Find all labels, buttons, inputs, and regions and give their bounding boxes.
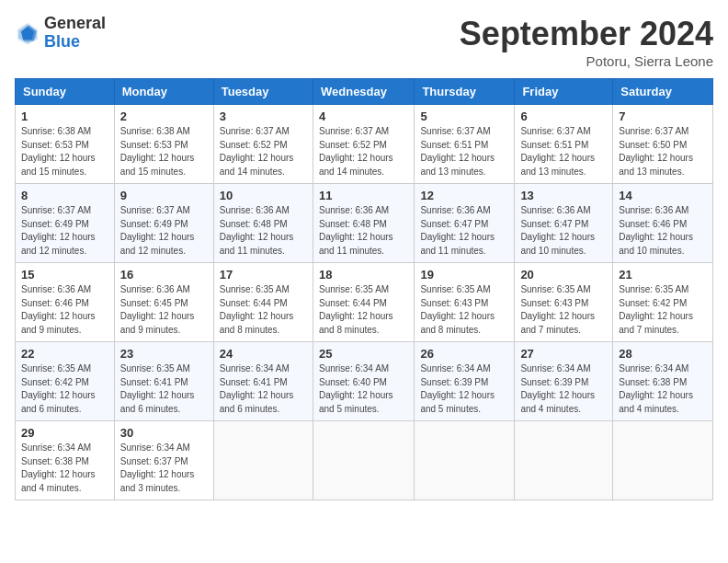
day-info: Sunrise: 6:34 AMSunset: 6:38 PMDaylight:…	[619, 363, 693, 414]
day-info: Sunrise: 6:34 AMSunset: 6:39 PMDaylight:…	[520, 363, 595, 414]
day-info: Sunrise: 6:36 AMSunset: 6:47 PMDaylight:…	[520, 205, 595, 256]
day-number: 6	[520, 109, 607, 123]
day-number: 4	[319, 109, 408, 123]
day-info: Sunrise: 6:35 AMSunset: 6:41 PMDaylight:…	[120, 363, 195, 414]
calendar-cell: 14 Sunrise: 6:36 AMSunset: 6:46 PMDaylig…	[613, 184, 713, 263]
calendar-cell: 27 Sunrise: 6:34 AMSunset: 6:39 PMDaylig…	[515, 342, 613, 421]
day-number: 14	[619, 189, 707, 202]
calendar-cell: 30 Sunrise: 6:34 AMSunset: 6:37 PMDaylig…	[114, 421, 213, 500]
day-info: Sunrise: 6:35 AMSunset: 6:44 PMDaylight:…	[220, 284, 294, 335]
day-info: Sunrise: 6:34 AMSunset: 6:39 PMDaylight:…	[420, 363, 495, 414]
calendar-cell: 2 Sunrise: 6:38 AMSunset: 6:53 PMDayligh…	[114, 105, 213, 184]
calendar-cell	[415, 421, 515, 500]
day-number: 3	[220, 109, 307, 123]
day-info: Sunrise: 6:38 AMSunset: 6:53 PMDaylight:…	[21, 126, 96, 177]
day-of-week-header: Tuesday	[213, 79, 313, 105]
day-number: 25	[319, 347, 408, 361]
day-info: Sunrise: 6:34 AMSunset: 6:40 PMDaylight:…	[319, 363, 393, 414]
calendar-cell: 1 Sunrise: 6:38 AMSunset: 6:53 PMDayligh…	[16, 105, 115, 184]
calendar-cell: 7 Sunrise: 6:37 AMSunset: 6:50 PMDayligh…	[613, 105, 713, 184]
calendar-week-row: 15 Sunrise: 6:36 AMSunset: 6:46 PMDaylig…	[16, 263, 713, 342]
day-number: 27	[520, 347, 607, 361]
day-info: Sunrise: 6:35 AMSunset: 6:43 PMDaylight:…	[520, 284, 595, 335]
day-number: 20	[520, 268, 607, 282]
day-info: Sunrise: 6:36 AMSunset: 6:47 PMDaylight:…	[420, 205, 495, 256]
day-number: 26	[420, 347, 508, 361]
day-number: 15	[21, 268, 108, 282]
day-number: 10	[220, 189, 307, 202]
day-number: 22	[21, 347, 108, 361]
calendar-week-row: 29 Sunrise: 6:34 AMSunset: 6:38 PMDaylig…	[16, 421, 713, 500]
calendar-cell: 17 Sunrise: 6:35 AMSunset: 6:44 PMDaylig…	[213, 263, 313, 342]
day-info: Sunrise: 6:37 AMSunset: 6:50 PMDaylight:…	[619, 126, 693, 177]
page-header: General Blue September 2024 Potoru, Sier…	[15, 15, 713, 69]
calendar-cell: 19 Sunrise: 6:35 AMSunset: 6:43 PMDaylig…	[415, 263, 515, 342]
calendar-cell	[613, 421, 713, 500]
calendar-cell: 16 Sunrise: 6:36 AMSunset: 6:45 PMDaylig…	[114, 263, 213, 342]
day-of-week-header: Thursday	[415, 79, 515, 105]
day-number: 21	[619, 268, 707, 282]
day-of-week-header: Saturday	[613, 79, 713, 105]
day-info: Sunrise: 6:37 AMSunset: 6:51 PMDaylight:…	[520, 126, 595, 177]
day-number: 29	[21, 426, 108, 440]
day-number: 28	[619, 347, 707, 361]
day-info: Sunrise: 6:37 AMSunset: 6:52 PMDaylight:…	[319, 126, 393, 177]
location: Potoru, Sierra Leone	[460, 53, 713, 69]
calendar-cell: 20 Sunrise: 6:35 AMSunset: 6:43 PMDaylig…	[515, 263, 613, 342]
day-number: 12	[420, 189, 508, 202]
calendar-cell: 3 Sunrise: 6:37 AMSunset: 6:52 PMDayligh…	[213, 105, 313, 184]
logo-general: General	[44, 15, 106, 33]
calendar-cell: 11 Sunrise: 6:36 AMSunset: 6:48 PMDaylig…	[313, 184, 414, 263]
day-of-week-header: Wednesday	[313, 79, 414, 105]
logo: General Blue	[15, 15, 106, 52]
day-info: Sunrise: 6:35 AMSunset: 6:42 PMDaylight:…	[619, 284, 693, 335]
calendar-cell: 6 Sunrise: 6:37 AMSunset: 6:51 PMDayligh…	[515, 105, 613, 184]
calendar-cell: 26 Sunrise: 6:34 AMSunset: 6:39 PMDaylig…	[415, 342, 515, 421]
day-number: 9	[120, 189, 208, 202]
day-info: Sunrise: 6:34 AMSunset: 6:37 PMDaylight:…	[120, 442, 195, 493]
calendar-cell: 5 Sunrise: 6:37 AMSunset: 6:51 PMDayligh…	[415, 105, 515, 184]
month-title: September 2024	[460, 15, 713, 53]
day-number: 23	[120, 347, 208, 361]
day-number: 13	[520, 189, 607, 202]
calendar-cell: 18 Sunrise: 6:35 AMSunset: 6:44 PMDaylig…	[313, 263, 414, 342]
calendar-cell: 25 Sunrise: 6:34 AMSunset: 6:40 PMDaylig…	[313, 342, 414, 421]
logo-text: General Blue	[44, 15, 106, 52]
calendar-cell: 23 Sunrise: 6:35 AMSunset: 6:41 PMDaylig…	[114, 342, 213, 421]
day-number: 19	[420, 268, 508, 282]
day-info: Sunrise: 6:35 AMSunset: 6:43 PMDaylight:…	[420, 284, 495, 335]
calendar-cell: 12 Sunrise: 6:36 AMSunset: 6:47 PMDaylig…	[415, 184, 515, 263]
day-of-week-header: Sunday	[16, 79, 115, 105]
calendar-header-row: SundayMondayTuesdayWednesdayThursdayFrid…	[16, 79, 713, 105]
day-info: Sunrise: 6:36 AMSunset: 6:45 PMDaylight:…	[120, 284, 195, 335]
day-info: Sunrise: 6:36 AMSunset: 6:48 PMDaylight:…	[319, 205, 393, 256]
day-number: 24	[220, 347, 307, 361]
day-number: 16	[120, 268, 208, 282]
day-info: Sunrise: 6:37 AMSunset: 6:51 PMDaylight:…	[420, 126, 495, 177]
day-info: Sunrise: 6:36 AMSunset: 6:46 PMDaylight:…	[21, 284, 96, 335]
day-of-week-header: Friday	[515, 79, 613, 105]
day-number: 5	[420, 109, 508, 123]
calendar-cell	[515, 421, 613, 500]
day-number: 2	[120, 109, 208, 123]
calendar-week-row: 1 Sunrise: 6:38 AMSunset: 6:53 PMDayligh…	[16, 105, 713, 184]
day-info: Sunrise: 6:35 AMSunset: 6:44 PMDaylight:…	[319, 284, 393, 335]
calendar-cell	[313, 421, 414, 500]
calendar-cell: 15 Sunrise: 6:36 AMSunset: 6:46 PMDaylig…	[16, 263, 115, 342]
day-of-week-header: Monday	[114, 79, 213, 105]
calendar-cell: 10 Sunrise: 6:36 AMSunset: 6:48 PMDaylig…	[213, 184, 313, 263]
calendar-cell: 13 Sunrise: 6:36 AMSunset: 6:47 PMDaylig…	[515, 184, 613, 263]
logo-icon	[15, 20, 40, 46]
day-number: 1	[21, 109, 108, 123]
calendar-cell: 28 Sunrise: 6:34 AMSunset: 6:38 PMDaylig…	[613, 342, 713, 421]
calendar-cell: 8 Sunrise: 6:37 AMSunset: 6:49 PMDayligh…	[16, 184, 115, 263]
day-number: 11	[319, 189, 408, 202]
calendar-cell: 29 Sunrise: 6:34 AMSunset: 6:38 PMDaylig…	[16, 421, 115, 500]
day-info: Sunrise: 6:34 AMSunset: 6:41 PMDaylight:…	[220, 363, 294, 414]
day-number: 17	[220, 268, 307, 282]
day-info: Sunrise: 6:38 AMSunset: 6:53 PMDaylight:…	[120, 126, 195, 177]
day-info: Sunrise: 6:37 AMSunset: 6:49 PMDaylight:…	[120, 205, 195, 256]
calendar-cell: 4 Sunrise: 6:37 AMSunset: 6:52 PMDayligh…	[313, 105, 414, 184]
day-number: 30	[120, 426, 208, 440]
calendar-cell	[213, 421, 313, 500]
